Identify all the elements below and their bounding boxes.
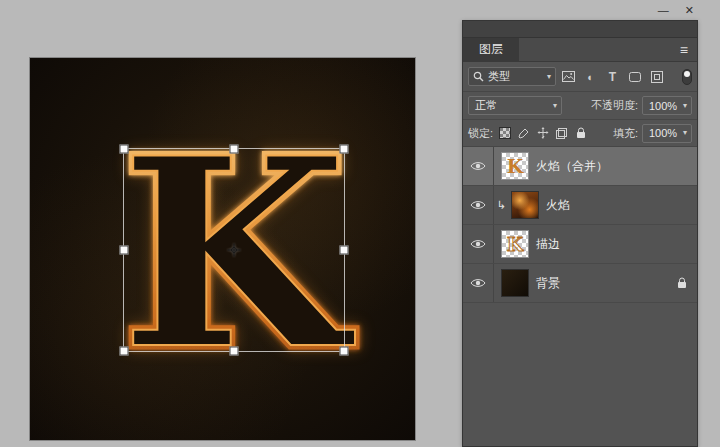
visibility-toggle[interactable] <box>463 147 494 185</box>
layer-list: K 火焰（合并） ↳ 火焰 <box>463 147 697 446</box>
image-icon <box>562 71 575 82</box>
filter-type-layers-button[interactable]: T <box>603 68 622 86</box>
transform-reference-point-icon[interactable] <box>227 243 242 258</box>
lock-row: 锁定: <box>463 120 697 147</box>
filter-kind-select[interactable]: 类型 ▾ <box>468 67 556 86</box>
close-icon[interactable]: ✕ <box>685 3 694 17</box>
transform-handle-middle-left[interactable] <box>120 246 129 255</box>
eye-icon <box>470 199 486 211</box>
lock-transparency-button[interactable] <box>497 125 512 141</box>
move-icon <box>537 127 549 139</box>
panel-drag-bar[interactable] <box>463 21 697 38</box>
chevron-down-icon: ▾ <box>683 102 687 110</box>
clipping-mask-arrow-icon: ↳ <box>494 199 509 212</box>
layer-name[interactable]: 背景 <box>536 275 560 292</box>
smart-object-icon <box>651 71 663 83</box>
transform-handle-top-left[interactable] <box>120 145 129 154</box>
brush-icon <box>518 128 529 139</box>
layer-name[interactable]: 火焰 <box>546 197 570 214</box>
thumbnail-letter: K <box>507 157 524 176</box>
opacity-value: 100% <box>649 100 677 112</box>
document-canvas[interactable]: K K <box>30 58 415 440</box>
blend-mode-select[interactable]: 正常 ▾ <box>468 96 562 115</box>
chevron-down-icon: ▾ <box>683 129 687 137</box>
visibility-toggle[interactable] <box>463 264 494 302</box>
layer-thumbnail[interactable] <box>511 191 539 219</box>
search-icon <box>473 71 484 82</box>
fill-value: 100% <box>649 127 677 139</box>
layer-locked-badge <box>677 277 687 289</box>
transform-handle-bottom-right[interactable] <box>340 347 349 356</box>
transform-handle-middle-right[interactable] <box>340 246 349 255</box>
panel-tab-bar: 图层 ≡ <box>463 38 697 62</box>
filter-shape-layers-button[interactable] <box>625 68 644 86</box>
layer-thumbnail[interactable]: K <box>501 230 529 258</box>
shape-icon <box>629 72 641 82</box>
lock-artboard-button[interactable] <box>554 125 569 141</box>
opacity-label: 不透明度: <box>591 98 638 113</box>
eye-icon <box>470 160 486 172</box>
blend-mode-value: 正常 <box>475 98 497 113</box>
opacity-select[interactable]: 100% ▾ <box>642 96 692 115</box>
photoshop-workspace: — ✕ K K <box>0 0 720 447</box>
layer-filter-row: 类型 ▾ ◐ T <box>463 62 697 92</box>
layer-name[interactable]: 描边 <box>536 236 560 253</box>
layer-thumbnail[interactable]: K <box>501 152 529 180</box>
filter-toggle-switch[interactable] <box>682 69 692 85</box>
layers-panel: 图层 ≡ 类型 ▾ ◐ T <box>462 20 698 447</box>
layer-row-stroke[interactable]: K 描边 <box>463 225 697 264</box>
eye-icon <box>470 238 486 250</box>
layer-row-flame-merged[interactable]: K 火焰（合并） <box>463 147 697 186</box>
transparency-checker-icon <box>499 127 511 139</box>
panel-menu-icon[interactable]: ≡ <box>671 38 697 61</box>
lock-icon <box>677 277 687 289</box>
fill-select[interactable]: 100% ▾ <box>642 124 692 143</box>
transform-handle-bottom-middle[interactable] <box>230 347 239 356</box>
eye-icon <box>470 277 486 289</box>
visibility-toggle[interactable] <box>463 225 494 263</box>
window-controls: — ✕ <box>658 3 694 17</box>
thumbnail-letter: K <box>507 235 524 254</box>
chevron-down-icon: ▾ <box>553 102 557 110</box>
transform-handle-top-right[interactable] <box>340 145 349 154</box>
layer-name[interactable]: 火焰（合并） <box>536 158 608 175</box>
lock-position-button[interactable] <box>535 125 550 141</box>
chevron-down-icon: ▾ <box>547 73 551 81</box>
blend-row: 正常 ▾ 不透明度: 100% ▾ <box>463 92 697 120</box>
filter-smart-objects-button[interactable] <box>647 68 666 86</box>
visibility-toggle[interactable] <box>463 186 494 224</box>
lock-all-button[interactable] <box>573 125 588 141</box>
free-transform-box[interactable] <box>123 148 345 352</box>
layer-thumbnail[interactable] <box>501 269 529 297</box>
minimize-icon[interactable]: — <box>658 3 669 17</box>
tab-layers[interactable]: 图层 <box>463 38 519 61</box>
lock-pixels-button[interactable] <box>516 125 531 141</box>
lock-icon <box>576 127 586 139</box>
filter-adjustment-layers-button[interactable]: ◐ <box>581 68 600 86</box>
transform-handle-top-middle[interactable] <box>230 145 239 154</box>
artboard-icon <box>556 128 567 139</box>
fill-label: 填充: <box>613 126 638 141</box>
transform-handle-bottom-left[interactable] <box>120 347 129 356</box>
layer-row-background[interactable]: 背景 <box>463 264 697 303</box>
filter-kind-label: 类型 <box>488 69 510 84</box>
layer-row-flame[interactable]: ↳ 火焰 <box>463 186 697 225</box>
lock-label: 锁定: <box>468 126 493 141</box>
filter-pixel-layers-button[interactable] <box>559 68 578 86</box>
